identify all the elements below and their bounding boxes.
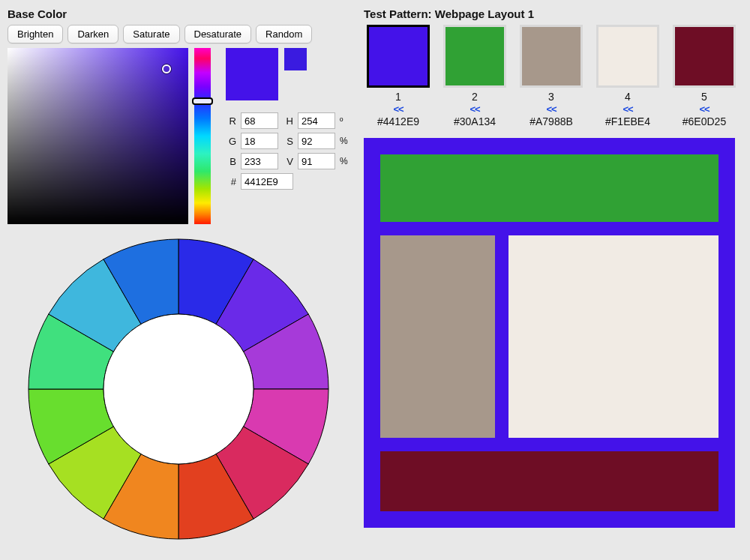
palette-item: 3<<#A7988B bbox=[517, 25, 586, 127]
random-button[interactable]: Random bbox=[256, 25, 312, 43]
r-label: R bbox=[226, 115, 236, 127]
h-field[interactable] bbox=[298, 112, 335, 129]
palette-swatch[interactable] bbox=[443, 25, 506, 88]
palette-index: 2 bbox=[472, 91, 478, 103]
r-field[interactable] bbox=[241, 112, 278, 129]
palette-assign-arrow[interactable]: << bbox=[699, 104, 709, 114]
h-label: H bbox=[283, 115, 293, 127]
hue-thumb[interactable] bbox=[192, 97, 213, 105]
layout-preview bbox=[364, 138, 735, 528]
palette-assign-arrow[interactable]: << bbox=[393, 104, 403, 114]
pct-unit-s: % bbox=[340, 136, 349, 146]
g-label: G bbox=[226, 136, 236, 147]
sv-cursor[interactable] bbox=[162, 64, 171, 73]
color-wheel[interactable] bbox=[21, 232, 336, 547]
palette-row: 1<<#4412E92<<#30A1343<<#A7988B4<<#F1EBE4… bbox=[364, 25, 742, 127]
palette-item: 2<<#30A134 bbox=[440, 25, 509, 127]
hue-slider[interactable] bbox=[194, 48, 211, 224]
current-color-swatch bbox=[226, 48, 278, 100]
v-field[interactable] bbox=[298, 153, 335, 169]
layout-header bbox=[380, 154, 718, 222]
base-color-button-row: Brighten Darken Saturate Desaturate Rand… bbox=[8, 25, 349, 43]
layout-footer bbox=[380, 451, 718, 511]
palette-item: 5<<#6E0D25 bbox=[670, 25, 739, 127]
pct-unit-v: % bbox=[340, 156, 349, 166]
hex-label: # bbox=[226, 176, 236, 187]
layout-sidebar bbox=[380, 235, 495, 438]
palette-swatch[interactable] bbox=[520, 25, 583, 88]
palette-hex: #6E0D25 bbox=[682, 115, 726, 127]
g-field[interactable] bbox=[241, 133, 278, 149]
hex-field[interactable] bbox=[241, 173, 293, 190]
desaturate-button[interactable]: Desaturate bbox=[184, 25, 252, 43]
s-field[interactable] bbox=[298, 133, 335, 149]
palette-hex: #A7988B bbox=[530, 115, 573, 127]
test-pattern-title: Test Pattern: Webpage Layout 1 bbox=[364, 7, 742, 20]
palette-item: 1<<#4412E9 bbox=[364, 25, 433, 127]
s-label: S bbox=[283, 136, 293, 147]
palette-item: 4<<#F1EBE4 bbox=[593, 25, 662, 127]
palette-index: 5 bbox=[701, 91, 707, 103]
palette-hex: #F1EBE4 bbox=[605, 115, 650, 127]
b-label: B bbox=[226, 156, 236, 167]
base-color-title: Base Color bbox=[8, 7, 349, 20]
palette-index: 3 bbox=[548, 91, 554, 103]
saturation-value-picker[interactable] bbox=[8, 48, 188, 224]
palette-assign-arrow[interactable]: << bbox=[622, 104, 632, 114]
wheel-center bbox=[104, 314, 254, 464]
palette-assign-arrow[interactable]: << bbox=[470, 104, 479, 114]
v-label: V bbox=[283, 156, 293, 167]
palette-hex: #4412E9 bbox=[377, 115, 419, 127]
deg-unit: º bbox=[340, 115, 349, 126]
color-fields: R H º G S % B V % # bbox=[226, 112, 349, 190]
saturate-button[interactable]: Saturate bbox=[123, 25, 179, 43]
palette-swatch[interactable] bbox=[596, 25, 659, 88]
palette-index: 1 bbox=[395, 91, 401, 103]
palette-swatch[interactable] bbox=[673, 25, 736, 88]
palette-swatch[interactable] bbox=[367, 25, 430, 88]
darken-button[interactable]: Darken bbox=[68, 25, 118, 43]
b-field[interactable] bbox=[241, 153, 278, 169]
palette-index: 4 bbox=[625, 91, 631, 103]
palette-hex: #30A134 bbox=[454, 115, 496, 127]
previous-color-swatch bbox=[284, 48, 307, 70]
layout-main bbox=[508, 235, 718, 438]
palette-assign-arrow[interactable]: << bbox=[546, 104, 556, 114]
brighten-button[interactable]: Brighten bbox=[8, 25, 63, 43]
